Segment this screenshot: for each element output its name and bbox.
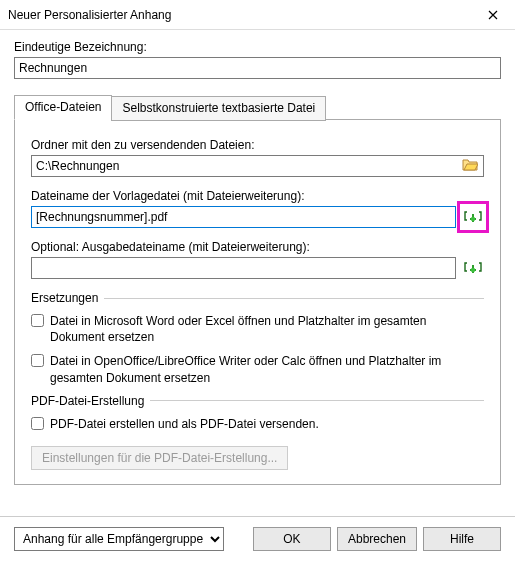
pdf-creation-header: PDF-Datei-Erstellung: [31, 394, 144, 408]
ok-button[interactable]: OK: [253, 527, 331, 551]
template-filename-label: Dateiname der Vorlagedatei (mit Dateierw…: [31, 189, 484, 203]
help-button[interactable]: Hilfe: [423, 527, 501, 551]
folder-label: Ordner mit den zu versendenden Dateien:: [31, 138, 484, 152]
output-filename-label: Optional: Ausgabedateiname (mit Dateierw…: [31, 240, 484, 254]
tab-office-files[interactable]: Office-Dateien: [14, 95, 112, 120]
scope-select[interactable]: Anhang für alle Empfängergruppen: [14, 527, 224, 551]
browse-folder-button[interactable]: [462, 158, 478, 174]
tab-strip: Office-Dateien Selbstkonstruierte textba…: [14, 95, 501, 120]
output-filename-input[interactable]: [31, 257, 456, 279]
template-filename-input[interactable]: [31, 206, 456, 228]
checkbox-create-pdf[interactable]: [31, 417, 44, 430]
folder-icon: [462, 158, 478, 171]
unique-id-input[interactable]: [14, 57, 501, 79]
unique-id-label: Eindeutige Bezeichnung:: [14, 40, 501, 54]
insert-placeholder-button[interactable]: [462, 206, 484, 228]
cancel-button[interactable]: Abbrechen: [337, 527, 417, 551]
divider: [150, 400, 484, 401]
folder-input[interactable]: [31, 155, 484, 177]
svg-point-1: [471, 268, 475, 272]
divider: [104, 298, 484, 299]
checkbox-word-excel-replace[interactable]: [31, 314, 44, 327]
titlebar-title: Neuer Personalisierter Anhang: [8, 8, 473, 22]
insert-placeholder-output-button[interactable]: [462, 257, 484, 279]
checkbox-openoffice-replace-label: Datei in OpenOffice/LibreOffice Writer o…: [50, 353, 484, 385]
dialog-footer: Anhang für alle Empfängergruppen OK Abbr…: [0, 516, 515, 563]
insert-placeholder-highlight: [457, 201, 489, 233]
tab-panel-office: Ordner mit den zu versendenden Dateien:: [14, 119, 501, 485]
tab-self-constructed[interactable]: Selbstkonstruierte textbasierte Datei: [111, 96, 326, 121]
titlebar: Neuer Personalisierter Anhang: [0, 0, 515, 30]
checkbox-word-excel-replace-label: Datei in Microsoft Word oder Excel öffne…: [50, 313, 484, 345]
checkbox-openoffice-replace[interactable]: [31, 354, 44, 367]
insert-placeholder-icon: [464, 208, 482, 226]
replacements-header: Ersetzungen: [31, 291, 98, 305]
insert-placeholder-icon: [464, 259, 482, 277]
checkbox-create-pdf-label: PDF-Datei erstellen und als PDF-Datei ve…: [50, 416, 484, 432]
svg-point-0: [471, 217, 475, 221]
close-button[interactable]: [473, 1, 513, 29]
pdf-settings-button: Einstellungen für die PDF-Datei-Erstellu…: [31, 446, 288, 470]
close-icon: [488, 10, 498, 20]
